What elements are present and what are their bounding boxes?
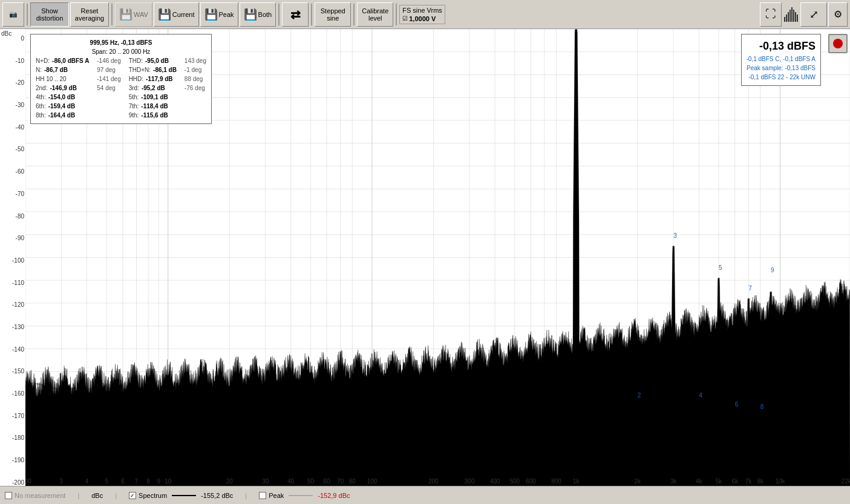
h4-deg: 97 deg [97,65,120,74]
stepped-sine-button[interactable]: Stepped sine [315,2,351,27]
current-button[interactable]: 💾 Current [154,2,199,27]
peak-button[interactable]: 💾 Peak [200,2,238,27]
dbc-label: dBc [91,492,103,499]
h8-deg: 54 deg [97,83,120,93]
h4-entry: 4th: -154,0 dB [36,93,89,102]
peak-item: Peak -152,9 dBc [259,492,350,499]
move-icon: ⛶ [765,8,776,21]
info-col-right: THD: -95,0 dB THD+N: -86,1 dB HHD: -117,… [129,56,177,120]
thd-label: THD: [129,56,143,65]
reset-averaging-button[interactable]: Reset averaging [70,2,109,27]
xaxis-label: 80 [349,478,356,485]
xaxis-label: 800 [551,478,561,485]
n-value: -86,7 dB [44,65,68,74]
yaxis-label: -110 [12,280,24,286]
xaxis-label: 4k [696,478,702,485]
xaxis-label: 8 [146,478,150,485]
y-axis: dBc 0-10-20-30-40-50-60-70-80-90-100-110… [0,29,25,486]
chart-container[interactable]: 999,95 Hz, -0,13 dBFS Span: 20 .. 20 000… [25,29,850,486]
yaxis-label: -200 [12,479,24,486]
xaxis-label: 7 [135,478,139,485]
show-distortion-button[interactable]: Show distortion [30,2,69,27]
no-measurement-checkbox[interactable] [5,492,12,499]
fit-icon: ⤢ [809,8,819,21]
h2-label: 2nd: [36,83,47,93]
xaxis-label: 400 [490,478,500,485]
h2-deg: -146 deg [97,56,120,65]
tr-line2: Peak sample: -0,13 dBFS [747,64,816,73]
both-button[interactable]: 💾 Both [240,2,276,27]
h4-label: 4th: [36,93,46,102]
h3-label: 3rd: [129,83,139,93]
xaxis-label: 8k [757,478,764,485]
xaxis-label: 1k [573,478,580,485]
h6-value: -159,4 dB [48,102,75,111]
separator-6 [396,4,397,25]
xaxis-label: 200 [428,478,439,485]
h2-value: -146,9 dB [50,83,76,93]
nd-label: N+D: [36,56,50,65]
hhd-value: -117,9 dB [146,74,172,83]
h9-value: -115,6 dB [141,111,168,120]
wav-label: WAV [134,11,148,18]
h6-deg: -141 deg [97,74,120,83]
info-col-deg2: 143 deg -1 deg 88 deg -76 deg [185,56,206,120]
xaxis-label: 20 [226,478,233,485]
yaxis-label: -160 [12,390,24,397]
yaxis-label: -80 [12,213,24,220]
wav-button[interactable]: 💾 WAV [115,2,152,27]
yaxis-label: -190 [12,457,24,463]
zoom-indicator [783,7,799,22]
xaxis-label: 6 [121,478,125,485]
h8-entry: 8th: -164,4 dB [36,111,89,120]
harmonic-label-4: 4 [699,392,702,399]
spectrum-item: ✓ Spectrum -155,2 dBc [129,492,233,499]
yaxis-label: -30 [12,102,24,108]
settings-button[interactable]: ⚙ [828,2,848,27]
info-col-left: N+D: -86,0 dBFS A N: -86,7 dB HH 10 .. 2… [36,56,89,120]
spectrum-checkbox[interactable]: ✓ [129,492,136,499]
xaxis-label: 40 [287,478,294,485]
h3-entry: 3rd: -95,2 dB [129,83,177,93]
yaxis-label: -170 [12,413,24,419]
no-measurement-item: No measurement [5,492,65,499]
yaxis-label: -140 [12,346,24,353]
import-export-button[interactable]: ⇄ [282,2,309,27]
yaxis-label: -180 [12,434,24,441]
yaxis-label: -120 [12,301,24,308]
xaxis-label: 5k [716,478,722,485]
xaxis-label: 70 [337,478,344,485]
yaxis-label: -20 [12,79,24,86]
h9-entry: 9th: -115,6 dB [129,111,177,120]
thd-value: -95,0 dB [145,56,169,65]
xaxis-label: 500 [509,478,520,485]
thdn-label: THD+N: [129,65,151,74]
harmonic-label-8: 8 [760,404,764,410]
yaxis-unit: dBc [1,30,11,37]
statusbar: No measurement | dBc | ✓ Spectrum -155,2… [0,486,850,504]
zoom-arrows-button[interactable]: ⛶ [760,2,782,27]
xaxis-labels: 2,00345678910203040506070801002003004005… [25,476,850,486]
hh-label: HH 10 .. 20 [36,74,67,83]
wav-icon: 💾 [119,8,132,21]
record-button[interactable] [828,34,848,53]
h3-value: -95,2 dB [142,83,165,93]
dbc-item: dBc [91,492,103,499]
h8-value: -164,4 dB [48,111,75,120]
calibrate-level-button[interactable]: Calibrate level [357,2,393,27]
harmonic-label-6: 6 [735,401,739,408]
harmonic-label-9: 9 [771,267,774,273]
xaxis-label: 22kHz [842,478,850,485]
camera-button[interactable]: 📷 [2,2,24,27]
peak-checkbox[interactable] [259,492,266,499]
info-row-1: N+D: -86,0 dBFS A N: -86,7 dB HH 10 .. 2… [36,56,206,120]
separator-1 [27,4,28,25]
peak-icon: 💾 [204,8,218,21]
xaxis-label: 300 [465,478,475,485]
harmonic-label-3: 3 [673,232,677,239]
checkbox-icon: ☑ [402,15,408,22]
fit-button[interactable]: ⤢ [800,2,827,27]
tr-main-value: -0,13 dBFS [747,38,816,54]
n-entry: N: -86,7 dB [36,65,89,74]
xaxis-label: 10k [775,478,785,485]
